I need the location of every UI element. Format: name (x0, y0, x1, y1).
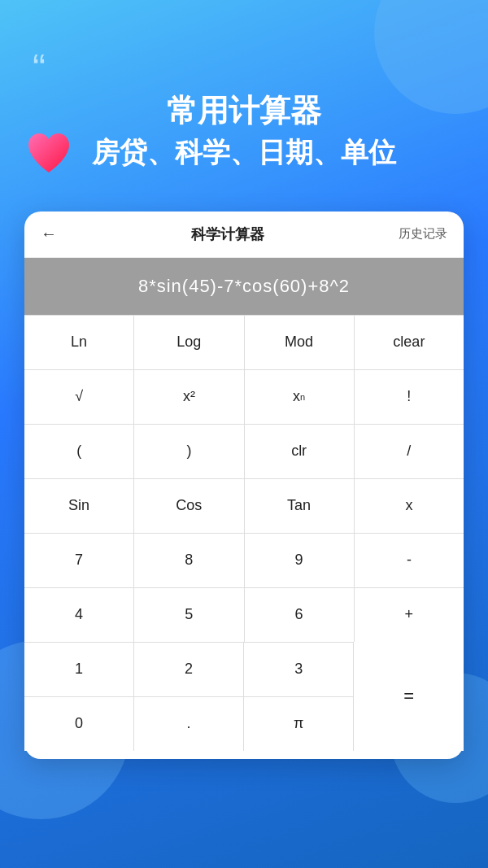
key-log[interactable]: Log (134, 316, 244, 369)
key-row-6: 4 5 6 + (24, 587, 464, 642)
key-2[interactable]: 2 (134, 643, 244, 696)
special-row: 1 2 3 0 . π = (24, 642, 464, 751)
quote-icon: “ (33, 49, 455, 88)
key-row-4: Sin Cos Tan x (24, 478, 464, 533)
key-7[interactable]: 7 (24, 534, 134, 587)
key-tan[interactable]: Tan (245, 479, 355, 533)
key-8[interactable]: 8 (134, 534, 244, 587)
key-4[interactable]: 4 (24, 588, 134, 642)
key-ln[interactable]: Ln (24, 316, 134, 369)
key-row-3: ( ) clr / (24, 424, 464, 478)
history-button[interactable]: 历史记录 (399, 226, 447, 242)
key-equals[interactable]: = (354, 642, 464, 751)
key-row-8: 0 . π (24, 696, 353, 751)
calculator-card: ← 科学计算器 历史记录 8*sin(45)-7*cos(60)+8^2 Ln … (24, 212, 464, 759)
key-row-7: 1 2 3 (24, 642, 353, 696)
key-dot[interactable]: . (134, 697, 244, 751)
key-row-1: Ln Log Mod clear (24, 315, 464, 369)
key-3[interactable]: 3 (244, 643, 353, 696)
key-multiply[interactable]: x (355, 479, 464, 533)
key-9[interactable]: 9 (245, 534, 355, 587)
key-pi[interactable]: π (244, 697, 353, 751)
key-x2[interactable]: x² (134, 370, 244, 424)
key-divide[interactable]: / (355, 425, 464, 478)
back-button[interactable]: ← (41, 225, 57, 243)
display-area: 8*sin(45)-7*cos(60)+8^2 (24, 258, 464, 315)
keypad: Ln Log Mod clear √ x² xn ! ( ) clr / Sin… (24, 315, 464, 751)
sub-title: 房贷、科学、日期、单位 (33, 134, 455, 170)
key-1[interactable]: 1 (24, 643, 134, 696)
key-5[interactable]: 5 (134, 588, 244, 642)
key-row-5: 7 8 9 - (24, 533, 464, 587)
key-row-2: √ x² xn ! (24, 369, 464, 424)
key-0[interactable]: 0 (24, 697, 134, 751)
header-section: “ 常用计算器 房贷、科学、日期、单位 (0, 0, 488, 187)
calculator-title: 科学计算器 (191, 225, 264, 244)
key-lparen[interactable]: ( (24, 425, 134, 478)
key-mod[interactable]: Mod (245, 316, 355, 369)
key-sqrt[interactable]: √ (24, 370, 134, 424)
key-xn[interactable]: xn (245, 370, 355, 424)
left-keys: 1 2 3 0 . π (24, 642, 353, 751)
key-plus[interactable]: + (355, 588, 464, 642)
display-text: 8*sin(45)-7*cos(60)+8^2 (138, 276, 350, 297)
key-rparen[interactable]: ) (134, 425, 244, 478)
key-clr[interactable]: clr (245, 425, 355, 478)
main-title: 常用计算器 (33, 91, 455, 131)
key-cos[interactable]: Cos (134, 479, 244, 533)
equals-wrapper: = (353, 642, 464, 751)
key-factorial[interactable]: ! (355, 370, 464, 424)
card-header: ← 科学计算器 历史记录 (24, 212, 464, 258)
key-minus[interactable]: - (355, 534, 464, 587)
key-clear[interactable]: clear (355, 316, 464, 369)
key-6[interactable]: 6 (245, 588, 355, 642)
key-sin[interactable]: Sin (24, 479, 134, 533)
